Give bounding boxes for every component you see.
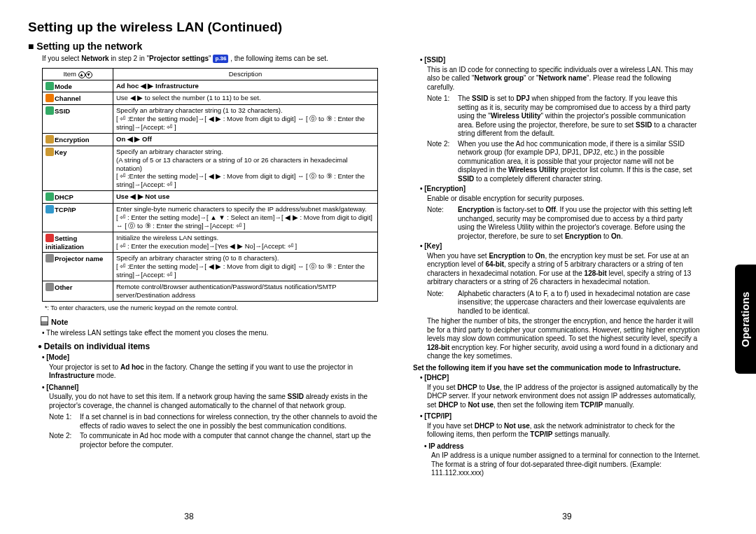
page-number-left: 38 <box>0 512 378 521</box>
key-icon <box>46 148 54 156</box>
details-heading: Details on individual items <box>38 342 378 352</box>
table-row: ChannelUse ◀ ▶ to select the number (1 t… <box>43 92 378 105</box>
detail-item: [DHCP]If you set DHCP to Use, the IP add… <box>420 374 700 409</box>
note-heading: Note <box>41 316 378 328</box>
tcpip-icon <box>46 205 54 213</box>
infrastructure-note: Set the following item if you have set t… <box>413 364 700 373</box>
init-icon <box>46 234 54 242</box>
down-icon: ▼ <box>85 71 92 78</box>
detail-item: [SSID]This is an ID code for connecting … <box>420 56 700 183</box>
intro-text: If you select Network in step 2 in "Proj… <box>42 55 378 64</box>
right-column: [SSID]This is an ID code for connecting … <box>406 55 700 481</box>
channel-icon <box>46 94 54 102</box>
page-title: Setting up the wireless LAN (Continued) <box>28 20 700 35</box>
other-icon <box>46 283 54 291</box>
detail-item: [Channel]Usually, you do not have to set… <box>42 384 378 450</box>
detail-item: [TCP/IP]If you have set DHCP to Not use,… <box>420 412 700 478</box>
detail-item: [Mode]Your projector is set to Ad hoc in… <box>42 353 378 381</box>
table-row: OtherRemote control/Browser authenticati… <box>43 281 378 302</box>
detail-item: [Encryption]Enable or disable encryption… <box>420 185 700 241</box>
page-number-right: 39 <box>378 512 756 521</box>
detail-item: [Key]When you have set Encryption to On,… <box>420 242 700 361</box>
svg-rect-5 <box>46 192 54 201</box>
settings-table: Item ▲▼ Description ModeAd hoc ◀ ▶ Infra… <box>42 68 378 302</box>
svg-rect-6 <box>46 205 54 213</box>
encryption-icon <box>46 135 54 143</box>
ssid-icon <box>46 106 54 115</box>
table-footnote: *: To enter characters, use the numeric … <box>45 304 378 312</box>
dhcp-icon <box>46 192 54 201</box>
table-row: KeySpecify an arbitrary character string… <box>43 146 378 190</box>
side-tab-operations: Operations <box>735 265 756 374</box>
page-ref-badge: p.36 <box>213 55 228 63</box>
mode-icon <box>46 82 54 90</box>
svg-rect-9 <box>46 283 54 291</box>
table-row: ModeAd hoc ◀ ▶ Infrastructure <box>43 80 378 92</box>
svg-rect-3 <box>46 135 54 143</box>
svg-rect-8 <box>46 254 54 262</box>
left-column: If you select Network in step 2 in "Proj… <box>28 55 378 481</box>
svg-rect-1 <box>46 94 54 102</box>
table-row: Projector nameSpecify an arbitrary chara… <box>43 253 378 281</box>
up-icon: ▲ <box>78 71 85 78</box>
table-row: Setting initializationInitialize the wir… <box>43 232 378 253</box>
table-row: DHCPUse ◀ ▶ Not use <box>43 191 378 204</box>
table-row: TCP/IPEnter single-byte numeric characte… <box>43 204 378 232</box>
svg-rect-7 <box>46 234 54 242</box>
section-heading: Setting up the network <box>28 41 700 52</box>
projector-icon <box>46 254 54 262</box>
note-text: • The wireless LAN settings take effect … <box>42 329 378 338</box>
svg-rect-2 <box>46 106 54 115</box>
page-numbers: 38 39 <box>0 512 756 521</box>
svg-rect-4 <box>46 148 54 156</box>
table-row: EncryptionOn ◀ ▶ Off <box>43 133 378 146</box>
svg-rect-0 <box>46 82 54 90</box>
table-row: SSIDSpecify an arbitrary character strin… <box>43 105 378 134</box>
